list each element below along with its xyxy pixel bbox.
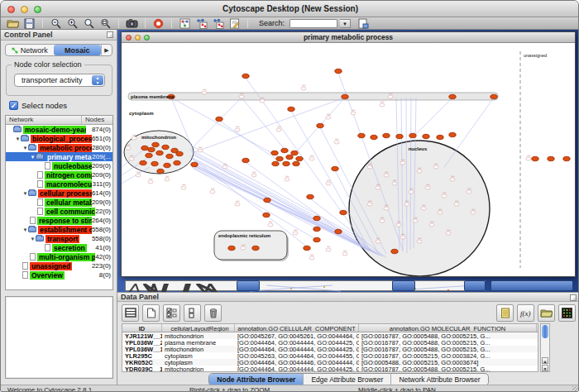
network-canvas[interactable]: plasma membranecytoplasmmitochondrionnuc… — [122, 43, 575, 276]
expand-arrow-icon[interactable]: ▼ — [22, 191, 28, 196]
tree-row-nitrogen-compo[interactable]: nitrogen compo209(0) — [6, 170, 112, 179]
leaf-page-icon — [30, 217, 36, 224]
zoom-in-icon[interactable] — [65, 18, 79, 29]
search-options-icon[interactable] — [356, 18, 371, 29]
expand-arrow-icon[interactable]: ▼ — [30, 237, 36, 241]
expand-arrow-icon[interactable]: ▼ — [22, 227, 28, 232]
scroll-down-icon[interactable]: ▼ — [542, 365, 548, 371]
tree-header: Network Nodes — [6, 116, 112, 125]
attribute-table-icon[interactable] — [122, 304, 139, 322]
tab-network[interactable]: Network — [6, 45, 54, 55]
resize-grip[interactable] — [572, 386, 579, 392]
tree-row-multi-organism-pro[interactable]: multi-organism pro42(0) — [6, 252, 112, 261]
attribute-batch-icon[interactable] — [496, 304, 514, 322]
unselect-attributes-icon[interactable] — [184, 304, 201, 322]
tree-row-mosaic-demo-yeast[interactable]: mosaic-demo-yeast874(0) — [6, 125, 112, 134]
edit-annotation-icon[interactable] — [227, 18, 242, 29]
tree-row-metabolic-process[interactable]: ▼metabolic process280(0) — [6, 143, 112, 152]
tab-node-attribute-browser[interactable]: Node Attribute Browser — [209, 374, 304, 385]
network-view-frame[interactable]: primary metabolic process plasma membran… — [121, 31, 576, 277]
tree-row-biological-process[interactable]: ▼biological_process651(0) — [6, 134, 112, 143]
attribute-matrix-icon[interactable] — [558, 304, 576, 322]
new-network-edges-icon[interactable] — [211, 18, 225, 29]
tree-column-network[interactable]: Network — [6, 116, 82, 124]
table-row[interactable]: YDR039C__1mitochondrion[GO:0044464, GO:0… — [122, 366, 538, 372]
snapshot-camera-icon[interactable] — [125, 18, 139, 29]
tree-row-count: 41(0) — [95, 244, 112, 251]
zoom-fit-icon[interactable] — [98, 18, 112, 29]
search-dropdown-icon[interactable]: ▼ — [340, 19, 351, 28]
tree-row-nucleobase-[interactable]: nucleobase-209(0) — [6, 161, 112, 170]
background-window-titlebar — [464, 280, 486, 291]
tree-row-label: mosaic-demo-yeast — [23, 126, 86, 134]
select-nodes-row: ✓ Select nodes — [9, 101, 67, 110]
tree-row-establishment-of-lo[interactable]: ▼establishment of lo558(0) — [6, 225, 112, 234]
tab-mosaic[interactable]: Mosaic — [54, 45, 102, 55]
tree-row-secretion[interactable]: secretion41(0) — [6, 243, 112, 252]
expand-arrow-icon[interactable]: ▼ — [15, 136, 21, 141]
tree-row-count: 651(0) — [92, 135, 112, 142]
tab-network-attribute-browser[interactable]: Network Attribute Browser — [391, 374, 487, 385]
expand-arrow-icon[interactable]: ▼ — [30, 155, 36, 160]
network-frame-titlebar[interactable]: primary metabolic process — [122, 32, 575, 43]
cell-cc: [GO:0044464, GO:0044444, GO:0044425, G..… — [235, 366, 359, 373]
formula-builder-icon[interactable]: f(x) — [517, 304, 534, 322]
table-scrollbar[interactable]: ▲ ▼ — [540, 323, 550, 372]
vizmapper-icon[interactable] — [178, 18, 192, 29]
leaf-page-icon — [45, 244, 50, 251]
leaf-page-icon — [30, 253, 36, 261]
tree-row-cellular-process[interactable]: ▼cellular process614(0) — [6, 189, 112, 198]
float-panel-icon[interactable] — [570, 294, 577, 301]
tree-row-label: secretion — [52, 244, 87, 252]
expand-arrow-icon[interactable]: ▼ — [22, 146, 28, 151]
zoom-selected-icon[interactable] — [82, 18, 96, 29]
tree-row-response-to-stimulu[interactable]: response to stimulu264(0) — [6, 216, 112, 225]
cell-reg: mitochondrion — [162, 366, 235, 373]
tab-edge-attribute-browser[interactable]: Edge Attribute Browser — [304, 374, 391, 385]
zoom-out-icon[interactable] — [49, 18, 63, 29]
group-label: Node color selection — [12, 60, 84, 69]
import-attributes-icon[interactable] — [538, 304, 555, 322]
dropdown-stepper-icon[interactable]: ▲▼ — [92, 75, 103, 85]
column-cellular-component[interactable]: annotation.GO CELLULAR_COMPONENT — [235, 324, 359, 332]
tree-row-overview[interactable]: Overview8(0) — [6, 270, 112, 280]
attribute-table[interactable]: ID _cellularLayoutRegion annotation.GO C… — [122, 323, 538, 372]
scrollbar-thumb[interactable] — [542, 325, 548, 338]
network-frame-title: primary metabolic process — [122, 33, 575, 41]
new-network-selection-icon[interactable] — [194, 18, 208, 29]
open-icon[interactable] — [6, 18, 20, 29]
column-id[interactable]: ID — [122, 324, 162, 332]
node-color-selection-group: Node color selection transporter activit… — [6, 65, 112, 96]
tree-row-unassigned[interactable]: unassigned223(0) — [6, 261, 112, 270]
tree-row-primary-metabo[interactable]: ▼primary metabo209(... — [6, 152, 112, 161]
toolbar-separator — [42, 19, 43, 28]
tree-row-transport[interactable]: ▼transport558(0) — [6, 234, 112, 243]
new-attribute-icon[interactable] — [142, 304, 160, 322]
tree-row-count: 209(0) — [92, 198, 112, 206]
help-lifebuoy-icon[interactable] — [151, 18, 165, 29]
select-nodes-label: Select nodes — [22, 101, 67, 110]
background-window-titlebar — [237, 280, 260, 291]
column-molecular-function[interactable]: annotation.GO MOLECULAR_FUNCTION — [359, 324, 537, 332]
select-nodes-checkbox[interactable]: ✓ — [9, 101, 18, 110]
save-icon[interactable] — [22, 18, 36, 29]
node-color-dropdown[interactable]: transporter activity ▲▼ — [14, 74, 105, 87]
toolbar-separator — [118, 19, 119, 28]
tree-row-macromolecule[interactable]: macromolecule311(0) — [6, 179, 112, 189]
delete-attribute-icon[interactable] — [204, 304, 222, 322]
tree-row-count: 223(0) — [92, 262, 112, 270]
tree-row-cellular-metabo[interactable]: cellular metabo209(0) — [6, 198, 112, 207]
float-panel-icon[interactable] — [107, 31, 113, 38]
tree-row-cell-communicat[interactable]: cell communicat22(0) — [6, 207, 112, 216]
tree-column-nodes[interactable]: Nodes — [82, 116, 112, 124]
search-input[interactable] — [290, 19, 337, 28]
scroll-up-icon[interactable]: ▲ — [542, 357, 548, 364]
window-titlebar[interactable]: Cytoscape Desktop (New Session) — [1, 1, 579, 17]
tabs-overflow-icon[interactable]: ▶ — [101, 45, 112, 55]
column-region[interactable]: _cellularLayoutRegion — [162, 324, 235, 332]
tree-row-label: nitrogen compo — [45, 171, 92, 179]
tree-row-label: metabolic process — [38, 144, 92, 152]
toolbar-separator — [247, 19, 248, 28]
birds-eye-view[interactable] — [5, 296, 113, 379]
select-attributes-icon[interactable] — [163, 304, 180, 322]
